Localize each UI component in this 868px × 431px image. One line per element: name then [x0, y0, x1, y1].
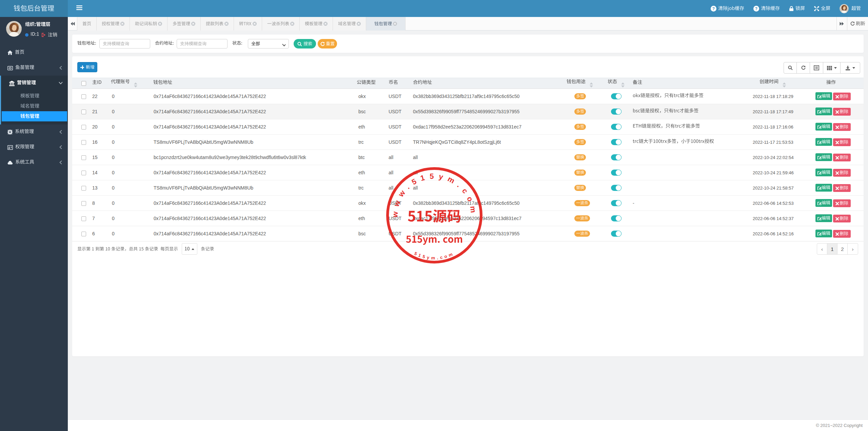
svg-text:?: ? — [755, 6, 757, 11]
svg-text:?: ? — [712, 6, 715, 11]
